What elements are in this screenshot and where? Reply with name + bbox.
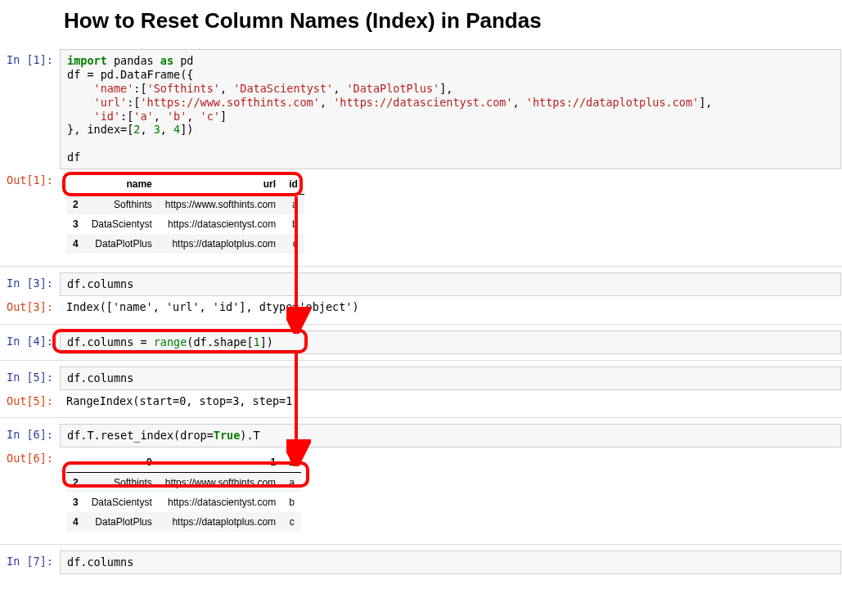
in-prompt-6: In [6]:: [1, 424, 60, 447]
dataframe-6: 0 1 2 2Softhintshttps://www.softhints.co…: [66, 452, 301, 532]
cell-3: In [3]: df.columns Out[3]: Index(['name'…: [0, 272, 842, 319]
out-prompt-3: Out[3]:: [1, 296, 60, 318]
in-prompt-1: In [1]:: [1, 49, 60, 169]
table-row: 4DataPlotPlushttps://dataplotplus.comc: [66, 234, 304, 254]
table-row: 2Softhintshttps://www.softhints.coma: [66, 195, 304, 215]
code-input-7[interactable]: df.columns: [60, 551, 841, 574]
table-row: 2Softhintshttps://www.softhints.coma: [66, 473, 301, 493]
table-row: 4DataPlotPlushttps://dataplotplus.comc: [66, 512, 301, 532]
notebook: How to Reset Column Names (Index) in Pan…: [0, 8, 842, 575]
output-1: name url id 2Softhintshttps://www.softhi…: [60, 169, 304, 260]
output-6: 0 1 2 2Softhintshttps://www.softhints.co…: [60, 447, 301, 538]
page-title: How to Reset Column Names (Index) in Pan…: [64, 8, 842, 34]
code-input-3[interactable]: df.columns: [60, 272, 841, 296]
dataframe-1: name url id 2Softhintshttps://www.softhi…: [66, 174, 304, 254]
cell-6: In [6]: df.T.reset_index(drop=True).T Ou…: [0, 423, 842, 539]
code-input-5[interactable]: df.columns: [60, 366, 841, 390]
out-prompt-6: Out[6]:: [1, 447, 60, 538]
output-3: Index(['name', 'url', 'id'], dtype='obje…: [60, 296, 841, 318]
cell-7: In [7]: df.columns: [0, 550, 842, 575]
table-row: 3DataScientysthttps://datascientyst.comb: [66, 492, 301, 512]
cell-1: In [1]: import pandas as pd df = pd.Data…: [0, 48, 842, 261]
out-prompt-1: Out[1]:: [1, 169, 60, 260]
in-prompt-3: In [3]:: [1, 272, 60, 296]
code-input-6[interactable]: df.T.reset_index(drop=True).T: [60, 424, 841, 447]
output-5: RangeIndex(start=0, stop=3, step=1): [60, 390, 841, 412]
code-input-4[interactable]: df.columns = range(df.shape[1]): [60, 330, 841, 354]
cell-4: In [4]: df.columns = range(df.shape[1]): [0, 330, 842, 355]
out-prompt-5: Out[5]:: [1, 390, 60, 412]
in-prompt-4: In [4]:: [1, 330, 60, 354]
in-prompt-5: In [5]:: [1, 366, 60, 390]
code-input-1[interactable]: import pandas as pd df = pd.DataFrame({ …: [60, 49, 841, 169]
cell-5: In [5]: df.columns Out[5]: RangeIndex(st…: [0, 366, 842, 413]
table-row: 3DataScientysthttps://datascientyst.comb: [66, 214, 304, 234]
in-prompt-7: In [7]:: [1, 551, 60, 574]
